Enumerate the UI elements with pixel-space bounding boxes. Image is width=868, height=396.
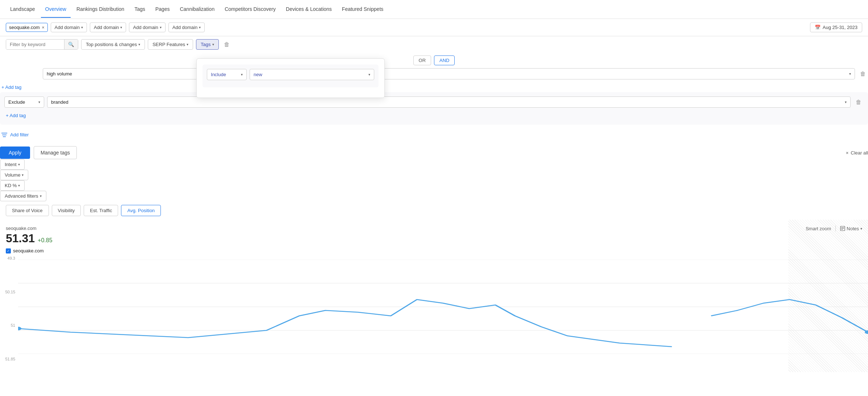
search-icon: 🔍 [68, 42, 74, 47]
include-select[interactable]: Include ▾ [207, 69, 247, 80]
top-positions-filter[interactable]: Top positions & changes ▾ [81, 39, 145, 50]
chevron-down-icon-13: ▾ [18, 162, 20, 166]
add-tag-btn-1[interactable]: + Add tag [0, 82, 23, 92]
close-icon: × [846, 150, 849, 156]
apply-button[interactable]: Apply [0, 147, 30, 159]
y-axis-labels: 49.3 50.15 51 51.85 [0, 256, 18, 361]
y-label-1: 49.3 [0, 256, 18, 260]
delete-row-3-button[interactable]: 🗑 [854, 97, 864, 107]
nav-item-rankings-distribution[interactable]: Rankings Distribution [72, 1, 129, 18]
include-filter-section: Include ▾ new ▾ [203, 65, 379, 87]
popup-footer: Apply Manage tags × Clear all [0, 146, 868, 159]
legend-checkbox[interactable]: ✓ [6, 248, 11, 253]
chevron-down-icon-3: ▾ [160, 25, 162, 29]
include-row-1: Include ▾ new ▾ [207, 69, 374, 80]
chevron-down-icon-15: ▾ [18, 183, 20, 187]
nav-item-devices-locations[interactable]: Devices & Locations [281, 1, 336, 18]
y-label-2: 50.15 [0, 290, 18, 294]
chevron-down-icon-14: ▾ [22, 173, 24, 177]
domain-chip-seoquake: seoquake.com × [6, 23, 48, 32]
chevron-down-icon-10: ▾ [849, 72, 851, 76]
y-label-3: 51 [0, 323, 18, 327]
domain-toolbar: seoquake.com × Add domain ▾ Add domain ▾… [0, 19, 868, 36]
filter-icon [1, 132, 7, 137]
chart-metric-value: 51.31 +0.85 [6, 232, 862, 245]
filter-bar: 🔍 Top positions & changes ▾ SERP Feature… [0, 36, 868, 53]
chevron-down-icon-12: ▾ [845, 100, 847, 104]
tag-value-select-2[interactable]: high volume ▾ [43, 68, 855, 79]
y-label-4: 51.85 [0, 357, 18, 361]
metric-delta: +0.85 [38, 237, 52, 244]
legend-label: seoquake.com [13, 248, 44, 253]
top-navigation: Landscape Overview Rankings Distribution… [0, 0, 868, 19]
keyword-filter-wrap: 🔍 [6, 39, 78, 50]
domain-chip-close[interactable]: × [42, 25, 45, 30]
delete-row-2-button[interactable]: 🗑 [858, 69, 868, 79]
exclude-filter-section: Exclude ▾ branded ▾ 🗑 + Add tag [0, 92, 868, 125]
nav-item-featured-snippets[interactable]: Featured Snippets [338, 1, 388, 18]
tab-visibility[interactable]: Visibility [52, 205, 81, 216]
nav-item-overview[interactable]: Overview [41, 1, 71, 18]
search-button[interactable]: 🔍 [64, 40, 78, 49]
kd-filter[interactable]: KD % ▾ [0, 180, 25, 191]
volume-filter[interactable]: Volume ▾ [0, 170, 28, 180]
keyword-input[interactable] [6, 40, 64, 49]
tag-value-select-1[interactable]: new ▾ [250, 69, 374, 80]
tab-share-of-voice[interactable]: Share of Voice [6, 205, 49, 216]
chart-area: Smart zoom Notes ▾ seoquake.com 51.31 +0… [0, 220, 868, 372]
chevron-down-icon-6: ▾ [187, 42, 188, 46]
nav-item-tags[interactable]: Tags [130, 1, 150, 18]
chevron-down-icon-5: ▾ [138, 42, 140, 46]
chevron-down-icon-16: ▾ [40, 194, 42, 198]
include-row-2: high volume ▾ 🗑 [0, 68, 868, 79]
chart-domain-label: seoquake.com [6, 226, 862, 231]
manage-tags-button[interactable]: Manage tags [34, 146, 77, 159]
nav-item-cannibalization[interactable]: Cannibalization [175, 1, 219, 18]
chevron-down-icon-9: ▾ [368, 73, 370, 77]
add-domain-btn-2[interactable]: Add domain ▾ [90, 22, 126, 32]
clear-all-button[interactable]: × Clear all [846, 150, 868, 156]
chevron-down-icon-2: ▾ [120, 25, 122, 29]
add-tag-btn-2[interactable]: + Add tag [4, 111, 27, 120]
or-and-toggle: OR AND [0, 55, 868, 65]
chevron-down-icon-4: ▾ [199, 25, 201, 29]
date-range-button[interactable]: 📅 Aug 25-31, 2023 [810, 22, 862, 32]
calendar-icon: 📅 [815, 25, 821, 30]
chevron-down-icon-8: ▾ [241, 73, 243, 77]
tag-value-select-3[interactable]: branded ▾ [47, 96, 851, 108]
add-domain-btn-1[interactable]: Add domain ▾ [51, 22, 87, 32]
chevron-down-icon: ▾ [81, 25, 83, 29]
metric-tabs: Share of Voice Visibility Est. Traffic A… [0, 201, 868, 220]
tab-est-traffic[interactable]: Est. Traffic [84, 205, 118, 216]
delete-row-1-button[interactable]: 🗑 [222, 40, 232, 50]
chart-start-dot [18, 327, 21, 330]
nav-item-pages[interactable]: Pages [151, 1, 174, 18]
add-filter-button[interactable]: Add filter [0, 129, 30, 140]
domain-chip-label: seoquake.com [9, 25, 40, 30]
tags-filter[interactable]: Tags ▾ Include ▾ new ▾ [196, 39, 218, 50]
chevron-down-icon-7: ▾ [212, 42, 214, 46]
tags-popup: Include ▾ new ▾ [196, 58, 385, 98]
chevron-down-icon-11: ▾ [38, 100, 40, 104]
or-button[interactable]: OR [413, 55, 431, 65]
serp-features-filter[interactable]: SERP Features ▾ [148, 39, 193, 50]
nav-item-competitors-discovery[interactable]: Competitors Discovery [220, 1, 280, 18]
chart-legend: ✓ seoquake.com [6, 248, 862, 253]
tab-avg-position[interactable]: Avg. Position [121, 205, 161, 216]
add-domain-btn-4[interactable]: Add domain ▾ [168, 22, 205, 32]
advanced-filters[interactable]: Advanced filters ▾ [0, 191, 46, 201]
intent-filter[interactable]: Intent ▾ [0, 159, 25, 170]
nav-item-landscape[interactable]: Landscape [6, 1, 39, 18]
add-domain-btn-3[interactable]: Add domain ▾ [129, 22, 165, 32]
and-button[interactable]: AND [434, 55, 455, 65]
chart-svg [18, 260, 868, 354]
exclude-select[interactable]: Exclude ▾ [4, 96, 44, 108]
exclude-row-1: Exclude ▾ branded ▾ 🗑 [4, 96, 864, 108]
